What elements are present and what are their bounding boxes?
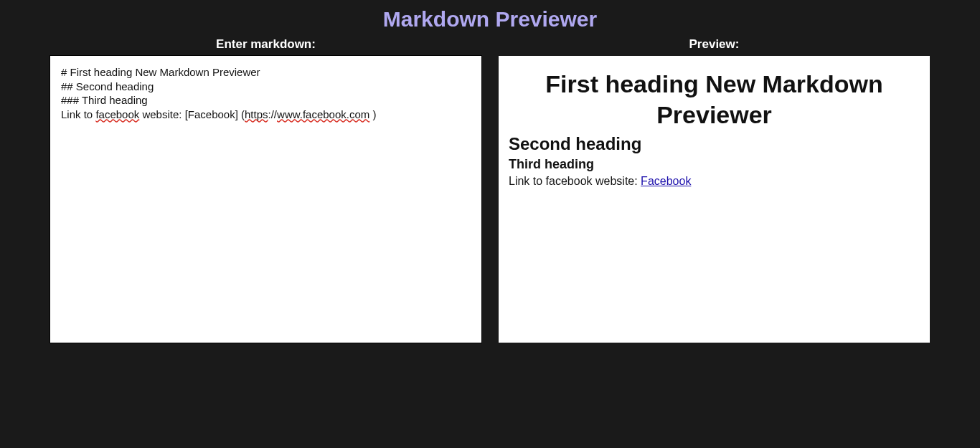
preview-h3: Third heading: [509, 157, 920, 172]
editor-line-1: # First heading New Markdown Previewer: [61, 66, 260, 78]
preview-text-before-link: Link to facebook website:: [509, 175, 641, 187]
editor-label: Enter markdown:: [50, 37, 481, 52]
preview-h1: First heading New Markdown Previewer: [509, 69, 920, 130]
preview-h2: Second heading: [509, 134, 920, 154]
editor-line-4b: facebook: [95, 108, 139, 120]
preview-label: Preview:: [499, 37, 930, 52]
preview-panel: Preview: First heading New Markdown Prev…: [499, 37, 930, 343]
editor-panel: Enter markdown: # First heading New Mark…: [50, 37, 481, 343]
page-title: Markdown Previewer: [0, 7, 980, 32]
editor-line-4d: https: [245, 108, 268, 120]
panels: Enter markdown: # First heading New Mark…: [0, 37, 980, 343]
editor-line-3b: Third heading: [82, 94, 148, 106]
editor-line-4g: ): [369, 108, 376, 120]
markdown-preview: First heading New Markdown Previewer Sec…: [499, 56, 930, 343]
preview-paragraph: Link to facebook website: Facebook: [509, 175, 920, 188]
preview-link[interactable]: Facebook: [641, 175, 691, 187]
editor-line-2: ## Second heading: [61, 80, 154, 92]
markdown-editor[interactable]: # First heading New Markdown Previewer #…: [50, 56, 481, 343]
editor-line-4e: ://: [268, 108, 278, 120]
editor-line-4f: www.facebook.com: [277, 108, 369, 120]
editor-line-3a: ###: [61, 94, 82, 106]
editor-line-4a: Link to: [61, 108, 95, 120]
editor-line-4c: website: [Facebook] (: [139, 108, 245, 120]
editor-content: # First heading New Markdown Previewer #…: [61, 65, 471, 121]
